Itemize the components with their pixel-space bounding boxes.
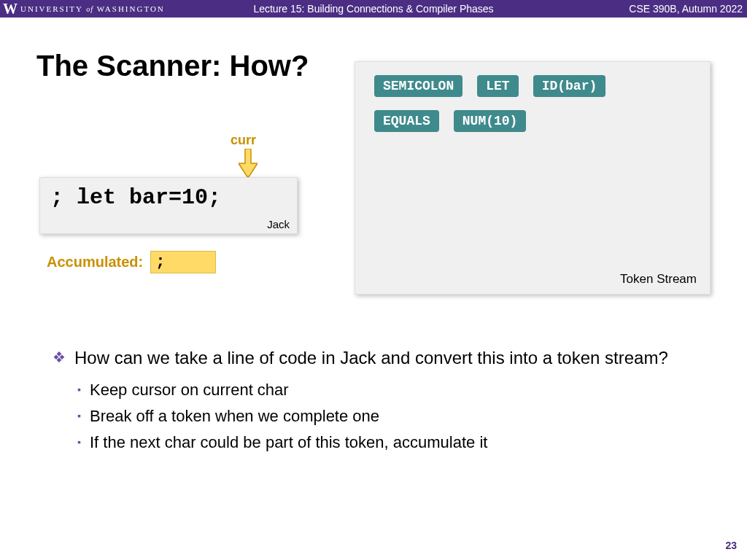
token-row-1: SEMICOLON LET ID(bar) [355, 62, 710, 97]
page-number: 23 [725, 540, 737, 551]
w-mark: W [3, 1, 18, 18]
bullet-main-text: How can we take a line of code in Jack a… [74, 346, 668, 371]
sub-bullet: ▪ Keep cursor on current char [77, 378, 694, 402]
bullet-main: ❖ How can we take a line of code in Jack… [53, 346, 694, 371]
curr-label: curr [231, 133, 256, 148]
course-code: CSE 390B, Autumn 2022 [629, 3, 747, 15]
header-bar: W UNIVERSITY of WASHINGTON Lecture 15: B… [0, 0, 747, 18]
sub-bullet: ▪ If the next char could be part of this… [77, 431, 694, 454]
token: ID(bar) [533, 75, 606, 97]
bullet-list: ❖ How can we take a line of code in Jack… [53, 346, 694, 456]
token-row-2: EQUALS NUM(10) [355, 97, 710, 132]
slide-body: The Scanner: How? curr ; let bar=10; Jac… [0, 18, 747, 560]
token-stream-panel: SEMICOLON LET ID(bar) EQUALS NUM(10) Tok… [355, 61, 711, 295]
university-word-1: UNIVERSITY [20, 4, 83, 13]
code-lang-label: Jack [267, 218, 290, 230]
university-word-2: WASHINGTON [97, 4, 165, 13]
lecture-title: Lecture 15: Building Connections & Compi… [253, 3, 493, 15]
square-bullet-icon: ▪ [77, 431, 81, 454]
slide-title: The Scanner: How? [36, 50, 309, 82]
token: NUM(10) [454, 110, 527, 132]
university-name: UNIVERSITY of WASHINGTON [20, 4, 165, 13]
token-panel-label: Token Stream [620, 272, 697, 287]
sub-bullet-text: Break off a token when we complete one [90, 405, 379, 428]
square-bullet-icon: ▪ [77, 405, 81, 428]
sub-bullet-text: Keep cursor on current char [90, 378, 289, 402]
uw-logo: W UNIVERSITY of WASHINGTON [0, 1, 165, 18]
university-of: of [86, 5, 93, 13]
curr-arrow-icon [239, 149, 258, 181]
code-box: ; let bar=10; Jack [39, 177, 298, 234]
accumulated-row: Accumulated: ; [47, 251, 216, 273]
code-text: ; let bar=10; [50, 185, 221, 210]
diamond-bullet-icon: ❖ [53, 346, 66, 371]
token: LET [477, 75, 518, 97]
sub-bullets: ▪ Keep cursor on current char ▪ Break of… [77, 378, 694, 454]
accumulated-value: ; [150, 251, 216, 273]
token: EQUALS [374, 110, 439, 132]
token: SEMICOLON [374, 75, 462, 97]
accumulated-label: Accumulated: [47, 254, 143, 271]
sub-bullet: ▪ Break off a token when we complete one [77, 405, 694, 428]
sub-bullet-text: If the next char could be part of this t… [90, 431, 487, 454]
square-bullet-icon: ▪ [77, 378, 81, 402]
